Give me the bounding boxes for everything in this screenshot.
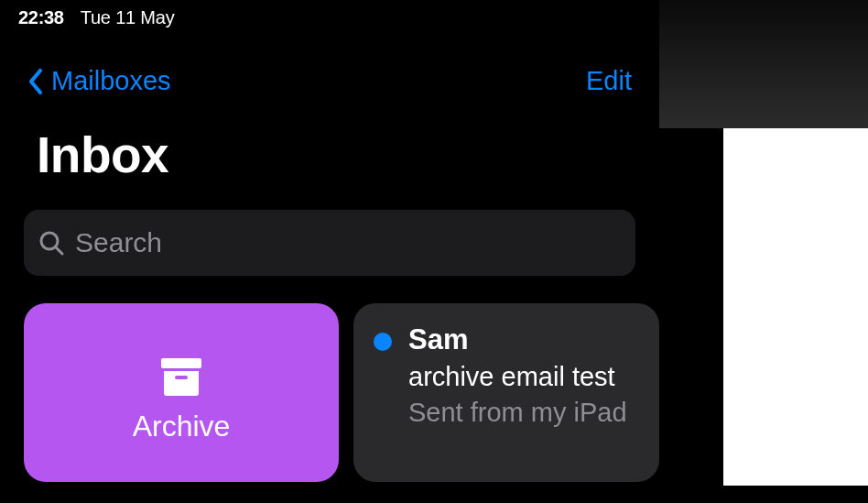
page-title: Inbox (0, 126, 659, 184)
search-icon (38, 230, 64, 256)
unread-dot-icon (374, 333, 392, 351)
message-row: Archive Sam archive email test Sent from… (24, 303, 659, 482)
status-bar: 22:38 Tue 11 May (0, 0, 659, 27)
archive-swipe-action[interactable]: Archive (24, 303, 339, 482)
search-input[interactable]: Search (24, 210, 635, 276)
edit-button[interactable]: Edit (586, 66, 632, 96)
chevron-left-icon (27, 68, 44, 95)
archive-label: Archive (133, 410, 231, 443)
nav-bar: Mailboxes Edit (0, 66, 659, 96)
message-subject: archive email test (408, 362, 627, 392)
mail-sidebar-pane: 22:38 Tue 11 May Mailboxes Edit Inbox Se… (0, 0, 659, 503)
message-preview: Sent from my iPad (408, 398, 627, 428)
message-content: Sam archive email test Sent from my iPad (408, 323, 627, 482)
svg-rect-3 (175, 376, 188, 379)
back-button[interactable]: Mailboxes (27, 66, 171, 96)
detail-body (659, 128, 868, 503)
detail-header-gradient (659, 0, 868, 128)
svg-line-1 (56, 247, 62, 254)
detail-pane (659, 0, 868, 503)
message-sender: Sam (408, 323, 627, 356)
svg-rect-2 (161, 358, 201, 368)
detail-gutter (659, 128, 723, 503)
message-item[interactable]: Sam archive email test Sent from my iPad (353, 303, 659, 482)
detail-content (723, 128, 868, 486)
search-placeholder: Search (75, 227, 162, 258)
status-date: Tue 11 May (81, 7, 175, 28)
archive-box-icon (159, 356, 203, 397)
status-time: 22:38 (18, 7, 64, 28)
back-label: Mailboxes (51, 66, 171, 96)
